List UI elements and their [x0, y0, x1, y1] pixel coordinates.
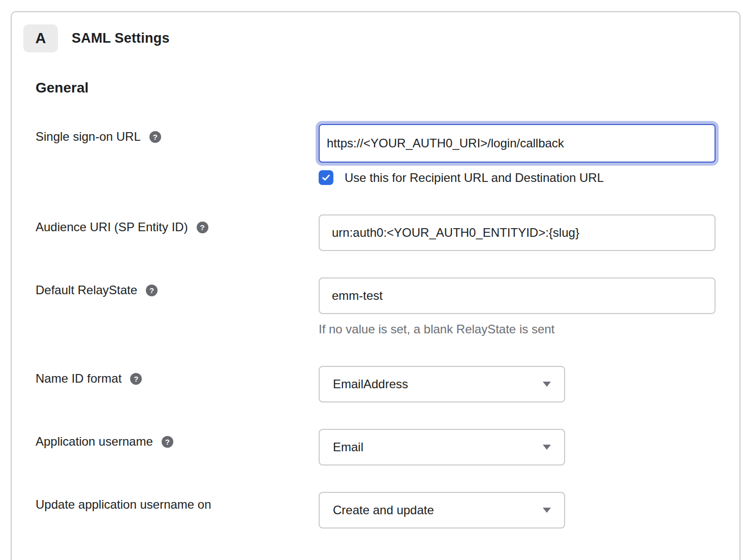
help-icon[interactable]: ? [130, 373, 142, 385]
help-icon[interactable]: ? [149, 131, 161, 143]
application-username-select[interactable]: Email [319, 429, 565, 465]
single-sign-on-url-label: Single sign-on URL [36, 130, 141, 144]
update-application-username-label: Update application username on [36, 497, 211, 512]
audience-uri-label: Audience URI (SP Entity ID) [36, 220, 188, 234]
relaystate-helper-text: If no value is set, a blank RelayState i… [319, 322, 716, 336]
application-username-value: Email [333, 440, 363, 454]
name-id-format-select[interactable]: EmailAddress [319, 366, 565, 402]
chevron-down-icon [543, 508, 551, 513]
default-relaystate-label: Default RelayState [36, 283, 137, 297]
name-id-format-label: Name ID format [36, 371, 121, 386]
help-icon[interactable]: ? [162, 436, 173, 448]
field-row-single-sign-on-url: Single sign-on URL ? Use this for Recipi… [36, 124, 739, 185]
step-badge: A [23, 24, 58, 52]
default-relaystate-input[interactable] [319, 277, 716, 314]
saml-settings-card: A SAML Settings General Single sign-on U… [11, 11, 740, 560]
saml-settings-form: Single sign-on URL ? Use this for Recipi… [12, 124, 739, 528]
application-username-label: Application username [36, 434, 153, 449]
field-row-default-relaystate: Default RelayState ? If no value is set,… [36, 277, 739, 336]
field-row-application-username: Application username ? Email [36, 429, 739, 465]
name-id-format-value: EmailAddress [333, 377, 408, 391]
field-row-audience-uri: Audience URI (SP Entity ID) ? [36, 214, 739, 251]
section-heading: General [36, 80, 739, 96]
update-application-username-value: Create and update [333, 503, 434, 517]
single-sign-on-url-input[interactable] [319, 124, 716, 163]
audience-uri-input[interactable] [319, 214, 716, 251]
card-header: A SAML Settings [23, 24, 739, 52]
update-application-username-select[interactable]: Create and update [319, 492, 565, 528]
page-title: SAML Settings [72, 30, 170, 46]
field-row-name-id-format: Name ID format ? EmailAddress [36, 366, 739, 402]
checkmark-icon [321, 173, 331, 182]
field-row-update-application-username: Update application username on Create an… [36, 492, 739, 528]
chevron-down-icon [543, 445, 551, 450]
recipient-url-checkbox[interactable] [319, 170, 333, 185]
help-icon[interactable]: ? [197, 222, 208, 233]
help-icon[interactable]: ? [146, 285, 158, 296]
chevron-down-icon [543, 382, 551, 387]
recipient-url-checkbox-label: Use this for Recipient URL and Destinati… [345, 171, 604, 185]
